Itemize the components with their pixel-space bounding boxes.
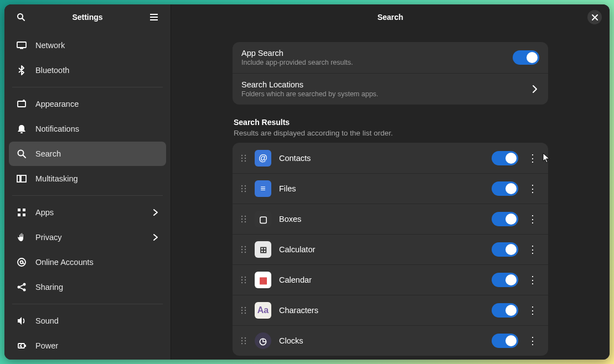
- search-locations-sub: Folders which are searched by system app…: [241, 90, 526, 98]
- drag-handle[interactable]: [239, 215, 248, 223]
- drag-handle[interactable]: [239, 336, 248, 345]
- sidebar-item-notifications[interactable]: Notifications: [9, 117, 166, 141]
- sidebar-title: Settings: [30, 13, 145, 22]
- app-icon-calendar: ▦: [255, 272, 271, 288]
- main-header: Search: [171, 4, 610, 30]
- share-icon: [16, 281, 28, 293]
- svg-rect-16: [18, 214, 20, 216]
- sidebar-item-sharing[interactable]: Sharing: [9, 275, 166, 299]
- svg-point-36: [245, 185, 246, 186]
- sidebar-header: Settings: [4, 4, 171, 30]
- sidebar-item-label: Apps: [35, 208, 152, 217]
- app-search-row: App Search Include app-provided search r…: [233, 42, 548, 73]
- sidebar-item-network[interactable]: Network: [9, 33, 166, 58]
- settings-card: App Search Include app-provided search r…: [233, 42, 548, 105]
- more-button-clocks[interactable]: ⋮: [524, 332, 541, 350]
- sidebar: Settings NetworkBluetoothAppearanceNotif…: [4, 4, 171, 360]
- sidebar-item-multitasking[interactable]: Multitasking: [9, 167, 166, 191]
- toggle-boxes[interactable]: [492, 212, 518, 226]
- sidebar-item-sound[interactable]: Sound: [9, 309, 166, 333]
- svg-point-50: [245, 249, 246, 250]
- svg-rect-9: [20, 132, 23, 133]
- sidebar-item-label: Appearance: [35, 100, 159, 108]
- more-button-characters[interactable]: ⋮: [524, 301, 541, 319]
- svg-line-11: [23, 155, 26, 158]
- app-icon-contacts: @: [255, 150, 271, 167]
- svg-point-48: [245, 246, 246, 247]
- separator: [12, 87, 163, 87]
- drag-handle[interactable]: [239, 306, 248, 315]
- more-button-files[interactable]: ⋮: [524, 180, 541, 197]
- app-name-label: Characters: [279, 306, 492, 315]
- search-button[interactable]: [12, 8, 30, 26]
- toggle-calculator[interactable]: [492, 242, 518, 257]
- svg-point-0: [18, 14, 23, 19]
- menu-button[interactable]: [145, 8, 163, 26]
- search-icon: [17, 13, 25, 22]
- result-row-calculator: ⊞Calculator⋮: [233, 234, 548, 264]
- settings-window: Settings NetworkBluetoothAppearanceNotif…: [4, 4, 610, 360]
- svg-point-63: [241, 313, 242, 314]
- sidebar-item-appearance[interactable]: Appearance: [9, 92, 166, 116]
- svg-rect-26: [25, 345, 26, 347]
- svg-rect-7: [18, 101, 25, 107]
- sidebar-item-search[interactable]: Search: [9, 142, 166, 166]
- svg-point-59: [241, 307, 242, 308]
- svg-point-56: [245, 279, 246, 280]
- toggle-calendar[interactable]: [492, 273, 518, 287]
- result-row-contacts: @Contacts⋮: [233, 143, 548, 173]
- app-search-toggle[interactable]: [513, 50, 539, 65]
- more-button-calculator[interactable]: ⋮: [524, 241, 541, 258]
- more-button-calendar[interactable]: ⋮: [524, 271, 541, 289]
- drag-handle[interactable]: [239, 275, 248, 284]
- close-button[interactable]: [587, 10, 602, 24]
- svg-point-18: [18, 258, 25, 266]
- separator: [12, 304, 163, 304]
- svg-point-66: [245, 337, 246, 339]
- svg-point-8: [23, 100, 25, 102]
- svg-point-55: [241, 279, 242, 280]
- sidebar-item-bluetooth[interactable]: Bluetooth: [9, 58, 166, 82]
- search-locations-row[interactable]: Search Locations Folders which are searc…: [233, 73, 548, 105]
- drag-handle[interactable]: [239, 245, 248, 254]
- sidebar-item-label: Privacy: [35, 233, 152, 242]
- svg-point-70: [245, 343, 246, 344]
- page-title: Search: [193, 13, 587, 22]
- toggle-characters[interactable]: [492, 303, 518, 318]
- svg-rect-13: [21, 175, 26, 182]
- results-section-header: Search Results Results are displayed acc…: [234, 118, 547, 137]
- result-row-calendar: ▦Calendar⋮: [233, 264, 548, 295]
- sidebar-item-label: Search: [35, 149, 159, 158]
- toggle-clocks[interactable]: [492, 334, 518, 348]
- svg-point-30: [245, 154, 246, 155]
- sidebar-item-online-accounts[interactable]: Online Accounts: [9, 250, 166, 274]
- results-card: @Contacts⋮≡Files⋮▢Boxes⋮⊞Calculator⋮▦Cal…: [233, 143, 548, 356]
- toggle-files[interactable]: [492, 181, 518, 196]
- app-name-label: Files: [279, 184, 492, 193]
- app-name-label: Boxes: [279, 215, 492, 223]
- svg-point-68: [245, 340, 246, 341]
- svg-point-69: [241, 343, 242, 344]
- drag-handle[interactable]: [239, 184, 248, 193]
- app-search-sub: Include app-provided search results.: [241, 59, 513, 66]
- svg-point-64: [245, 313, 246, 314]
- svg-point-38: [245, 188, 246, 189]
- drag-handle[interactable]: [239, 154, 248, 163]
- sidebar-item-apps[interactable]: Apps: [9, 200, 166, 225]
- svg-point-57: [241, 282, 242, 283]
- more-button-contacts[interactable]: ⋮: [524, 149, 541, 167]
- sidebar-item-power[interactable]: Power: [9, 334, 166, 358]
- svg-rect-4: [150, 19, 158, 20]
- more-button-boxes[interactable]: ⋮: [524, 210, 541, 228]
- svg-point-31: [241, 157, 242, 158]
- toggle-contacts[interactable]: [492, 151, 518, 165]
- search-locations-title: Search Locations: [241, 80, 526, 89]
- display-icon: [16, 39, 28, 51]
- appearance-icon: [16, 98, 28, 110]
- sidebar-item-label: Sound: [35, 316, 159, 325]
- sidebar-item-privacy[interactable]: Privacy: [9, 225, 166, 249]
- sidebar-item-label: Power: [35, 341, 159, 350]
- svg-point-52: [245, 252, 246, 253]
- chevron-right-icon: [152, 233, 159, 241]
- svg-rect-6: [20, 48, 23, 49]
